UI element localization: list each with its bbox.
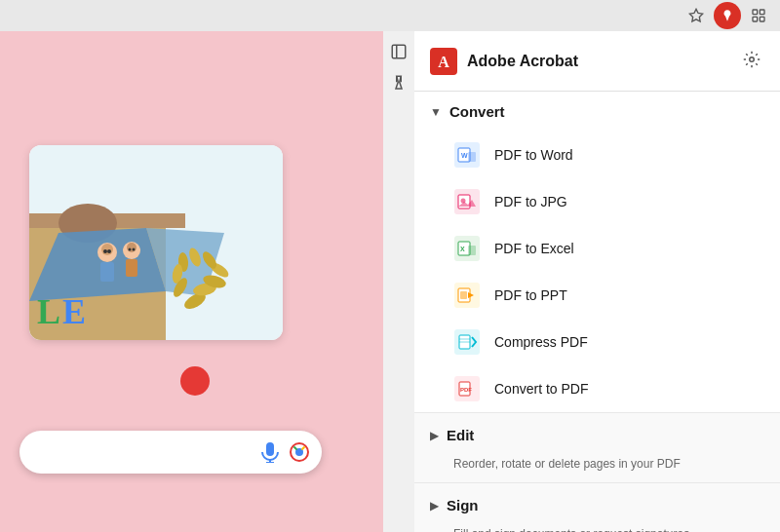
pdf-to-word-item[interactable]: W PDF to Word: [414, 132, 780, 178]
panel-header-left: A Adobe Acrobat: [430, 48, 578, 75]
search-bar[interactable]: [20, 431, 322, 474]
svg-rect-2: [760, 10, 764, 15]
svg-rect-26: [126, 259, 137, 277]
pdf-to-ppt-label: PDF to PPT: [494, 287, 567, 303]
svg-point-28: [107, 249, 111, 253]
beaker-icon[interactable]: [386, 70, 411, 95]
svg-rect-62: [392, 45, 406, 58]
doodle-area: L E: [0, 31, 370, 532]
pdf-to-word-icon: W: [453, 141, 481, 169]
pdf-to-jpg-icon: [453, 188, 481, 215]
convert-to-pdf-item[interactable]: PDF Convert to PDF: [414, 365, 780, 412]
pdf-to-jpg-item[interactable]: PDF to JPG: [414, 178, 780, 225]
edit-chevron: ▶: [430, 429, 439, 442]
svg-rect-53: [460, 291, 467, 299]
convert-section-header[interactable]: ▼ Convert: [414, 92, 780, 132]
svg-rect-42: [468, 152, 476, 162]
svg-rect-50: [468, 246, 476, 255]
extension-icon[interactable]: [745, 2, 772, 29]
sign-section-header[interactable]: ▶ Sign: [414, 483, 780, 527]
convert-to-pdf-icon: PDF: [453, 375, 481, 402]
compress-pdf-label: Compress PDF: [494, 334, 588, 350]
convert-chevron: ▼: [430, 105, 442, 119]
svg-text:X: X: [460, 246, 465, 252]
svg-rect-3: [753, 17, 758, 21]
acrobat-toolbar-button[interactable]: [714, 2, 741, 29]
edit-section-label: Edit: [447, 427, 474, 443]
sidebar-panel-icon[interactable]: [386, 39, 411, 64]
compress-pdf-item[interactable]: Compress PDF: [414, 319, 780, 365]
svg-rect-31: [266, 442, 274, 456]
pdf-to-excel-icon: X: [453, 235, 481, 262]
convert-section-label: Convert: [449, 103, 505, 120]
pdf-to-excel-item[interactable]: X PDF to Excel: [414, 225, 780, 272]
microphone-icon[interactable]: [259, 441, 281, 463]
svg-marker-0: [689, 9, 702, 21]
google-lens-icon[interactable]: [289, 441, 310, 463]
svg-point-25: [127, 243, 136, 252]
side-panel: A Adobe Acrobat ▼ Convert W: [414, 31, 780, 532]
compress-pdf-icon: [453, 328, 481, 356]
svg-rect-4: [760, 17, 764, 21]
convert-section: ▼ Convert W PDF to Word: [414, 92, 780, 412]
svg-point-38: [750, 57, 755, 62]
sign-section: ▶ Sign Fill and sign documents or reques…: [414, 482, 780, 532]
svg-point-30: [133, 248, 136, 251]
settings-button[interactable]: [739, 47, 764, 75]
panel-header: A Adobe Acrobat: [414, 31, 780, 92]
red-dot: [180, 366, 210, 396]
star-icon[interactable]: [682, 2, 710, 29]
pdf-to-jpg-label: PDF to JPG: [494, 194, 567, 209]
google-letter-l: L: [37, 291, 60, 332]
edit-section-subtitle: Reorder, rotate or delete pages in your …: [414, 457, 780, 482]
svg-point-22: [101, 244, 113, 255]
edit-section-header[interactable]: ▶ Edit: [414, 413, 780, 457]
browser-toolbar: [0, 0, 780, 31]
svg-rect-1: [753, 10, 758, 15]
convert-to-pdf-label: Convert to PDF: [494, 381, 588, 397]
sign-section-subtitle: Fill and sign documents or request signa…: [414, 527, 780, 532]
svg-point-27: [103, 249, 107, 253]
svg-text:A: A: [438, 54, 449, 70]
svg-text:W: W: [461, 152, 468, 159]
google-letter-e: E: [62, 291, 86, 332]
doodle-card: L E: [29, 145, 283, 340]
svg-rect-23: [100, 262, 114, 282]
svg-text:PDF: PDF: [460, 387, 472, 393]
sign-section-label: Sign: [447, 497, 479, 513]
pdf-to-word-label: PDF to Word: [494, 147, 573, 163]
pdf-to-excel-label: PDF to Excel: [494, 241, 574, 256]
svg-point-29: [129, 248, 132, 251]
edit-section: ▶ Edit Reorder, rotate or delete pages i…: [414, 412, 780, 482]
panel-app-title: Adobe Acrobat: [467, 53, 578, 70]
pdf-to-ppt-item[interactable]: PDF to PPT: [414, 272, 780, 319]
sign-chevron: ▶: [430, 499, 439, 513]
pdf-to-ppt-icon: [453, 282, 481, 309]
acrobat-app-icon: A: [430, 48, 457, 75]
